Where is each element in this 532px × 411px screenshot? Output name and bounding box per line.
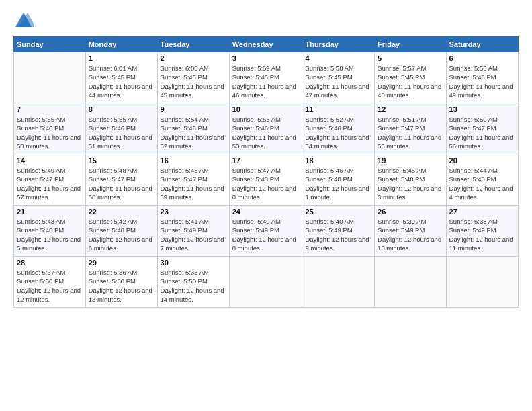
day-info: Sunrise: 5:35 AMSunset: 5:50 PMDaylight:…: [161, 268, 226, 304]
calendar-cell: 29Sunrise: 5:36 AMSunset: 5:50 PMDayligh…: [85, 257, 157, 308]
day-info: Sunrise: 5:58 AMSunset: 5:45 PMDaylight:…: [305, 64, 371, 99]
day-info: Sunrise: 5:40 AMSunset: 5:49 PMDaylight:…: [305, 217, 371, 253]
calendar-cell: 17Sunrise: 5:47 AMSunset: 5:48 PMDayligh…: [229, 154, 302, 205]
day-number: 4: [305, 54, 371, 62]
calendar-week-row: 28Sunrise: 5:37 AMSunset: 5:50 PMDayligh…: [14, 257, 519, 308]
calendar-week-row: 1Sunrise: 6:01 AMSunset: 5:45 PMDaylight…: [14, 52, 519, 103]
calendar-cell: 14Sunrise: 5:49 AMSunset: 5:47 PMDayligh…: [14, 154, 86, 205]
day-info: Sunrise: 5:48 AMSunset: 5:47 PMDaylight:…: [161, 166, 226, 201]
day-info: Sunrise: 5:49 AMSunset: 5:47 PMDaylight:…: [17, 166, 83, 201]
day-info: Sunrise: 5:57 AMSunset: 5:45 PMDaylight:…: [378, 64, 443, 99]
calendar-week-row: 14Sunrise: 5:49 AMSunset: 5:47 PMDayligh…: [14, 154, 519, 205]
day-info: Sunrise: 5:47 AMSunset: 5:48 PMDaylight:…: [232, 166, 300, 201]
calendar-cell: 19Sunrise: 5:45 AMSunset: 5:48 PMDayligh…: [375, 154, 446, 205]
day-info: Sunrise: 5:51 AMSunset: 5:47 PMDaylight:…: [378, 115, 443, 150]
day-info: Sunrise: 5:37 AMSunset: 5:50 PMDaylight:…: [17, 268, 83, 304]
day-number: 25: [305, 208, 371, 216]
calendar-cell: 6Sunrise: 5:56 AMSunset: 5:46 PMDaylight…: [446, 52, 518, 103]
weekday-header-saturday: Saturday: [446, 37, 518, 52]
day-number: 1: [89, 54, 154, 62]
calendar-cell: 8Sunrise: 5:55 AMSunset: 5:46 PMDaylight…: [85, 103, 157, 154]
calendar-cell: 7Sunrise: 5:55 AMSunset: 5:46 PMDaylight…: [14, 103, 86, 154]
page: SundayMondayTuesdayWednesdayThursdayFrid…: [0, 0, 532, 411]
day-number: 22: [89, 208, 154, 216]
day-number: 5: [378, 54, 443, 62]
day-number: 2: [161, 54, 226, 62]
day-info: Sunrise: 5:44 AMSunset: 5:48 PMDaylight:…: [449, 166, 515, 201]
day-number: 27: [449, 208, 515, 216]
day-info: Sunrise: 5:38 AMSunset: 5:49 PMDaylight:…: [449, 217, 515, 253]
day-info: Sunrise: 5:48 AMSunset: 5:47 PMDaylight:…: [89, 166, 154, 201]
calendar-cell: [229, 257, 302, 308]
day-info: Sunrise: 5:36 AMSunset: 5:50 PMDaylight:…: [89, 268, 154, 304]
calendar-cell: 1Sunrise: 6:01 AMSunset: 5:45 PMDaylight…: [85, 52, 157, 103]
calendar-week-row: 7Sunrise: 5:55 AMSunset: 5:46 PMDaylight…: [14, 103, 519, 154]
day-number: 21: [17, 208, 83, 216]
day-number: 7: [17, 105, 83, 113]
calendar-cell: 9Sunrise: 5:54 AMSunset: 5:46 PMDaylight…: [157, 103, 229, 154]
calendar-cell: 24Sunrise: 5:40 AMSunset: 5:49 PMDayligh…: [229, 205, 302, 257]
calendar-table: SundayMondayTuesdayWednesdayThursdayFrid…: [13, 36, 519, 308]
calendar-cell: 16Sunrise: 5:48 AMSunset: 5:47 PMDayligh…: [157, 154, 229, 205]
calendar-cell: 26Sunrise: 5:39 AMSunset: 5:49 PMDayligh…: [375, 205, 446, 257]
day-number: 24: [232, 208, 300, 216]
day-info: Sunrise: 5:43 AMSunset: 5:48 PMDaylight:…: [17, 217, 83, 253]
day-info: Sunrise: 5:59 AMSunset: 5:45 PMDaylight:…: [232, 64, 300, 99]
day-number: 13: [449, 105, 515, 113]
day-number: 18: [305, 156, 371, 165]
day-number: 26: [378, 208, 443, 216]
day-number: 23: [161, 208, 226, 216]
calendar-cell: 12Sunrise: 5:51 AMSunset: 5:47 PMDayligh…: [375, 103, 446, 154]
day-info: Sunrise: 6:00 AMSunset: 5:45 PMDaylight:…: [161, 64, 226, 99]
day-info: Sunrise: 5:55 AMSunset: 5:46 PMDaylight:…: [89, 115, 154, 150]
day-number: 29: [89, 259, 154, 267]
day-info: Sunrise: 5:55 AMSunset: 5:46 PMDaylight:…: [17, 115, 83, 150]
calendar-cell: [302, 257, 375, 308]
calendar-cell: 28Sunrise: 5:37 AMSunset: 5:50 PMDayligh…: [14, 257, 86, 308]
day-number: 16: [161, 156, 226, 165]
calendar-cell: 10Sunrise: 5:53 AMSunset: 5:46 PMDayligh…: [229, 103, 302, 154]
day-info: Sunrise: 5:45 AMSunset: 5:48 PMDaylight:…: [378, 166, 443, 201]
day-number: 30: [161, 259, 226, 267]
calendar-cell: 21Sunrise: 5:43 AMSunset: 5:48 PMDayligh…: [14, 205, 86, 257]
day-number: 15: [89, 156, 154, 165]
day-info: Sunrise: 5:46 AMSunset: 5:48 PMDaylight:…: [305, 166, 371, 201]
day-info: Sunrise: 5:53 AMSunset: 5:46 PMDaylight:…: [232, 115, 300, 150]
day-info: Sunrise: 5:41 AMSunset: 5:49 PMDaylight:…: [161, 217, 226, 253]
weekday-header-tuesday: Tuesday: [157, 37, 229, 52]
day-number: 20: [449, 156, 515, 165]
calendar-cell: 27Sunrise: 5:38 AMSunset: 5:49 PMDayligh…: [446, 205, 518, 257]
logo: [13, 11, 36, 31]
calendar-cell: 30Sunrise: 5:35 AMSunset: 5:50 PMDayligh…: [157, 257, 229, 308]
day-info: Sunrise: 5:52 AMSunset: 5:46 PMDaylight:…: [305, 115, 371, 150]
calendar-cell: 22Sunrise: 5:42 AMSunset: 5:48 PMDayligh…: [85, 205, 157, 257]
weekday-header-monday: Monday: [85, 37, 157, 52]
calendar-cell: 18Sunrise: 5:46 AMSunset: 5:48 PMDayligh…: [302, 154, 375, 205]
day-number: 6: [449, 54, 515, 62]
day-info: Sunrise: 5:50 AMSunset: 5:47 PMDaylight:…: [449, 115, 515, 150]
weekday-header-row: SundayMondayTuesdayWednesdayThursdayFrid…: [14, 37, 519, 52]
day-number: 12: [378, 105, 443, 113]
weekday-header-wednesday: Wednesday: [229, 37, 302, 52]
day-number: 8: [89, 105, 154, 113]
day-number: 17: [232, 156, 300, 165]
day-number: 9: [161, 105, 226, 113]
weekday-header-sunday: Sunday: [14, 37, 86, 52]
calendar-cell: 3Sunrise: 5:59 AMSunset: 5:45 PMDaylight…: [229, 52, 302, 103]
calendar-cell: [446, 257, 518, 308]
calendar-cell: [375, 257, 446, 308]
day-info: Sunrise: 5:40 AMSunset: 5:49 PMDaylight:…: [232, 217, 300, 253]
calendar-cell: 25Sunrise: 5:40 AMSunset: 5:49 PMDayligh…: [302, 205, 375, 257]
calendar-week-row: 21Sunrise: 5:43 AMSunset: 5:48 PMDayligh…: [14, 205, 519, 257]
day-info: Sunrise: 5:56 AMSunset: 5:46 PMDaylight:…: [449, 64, 515, 99]
day-info: Sunrise: 5:39 AMSunset: 5:49 PMDaylight:…: [378, 217, 443, 253]
weekday-header-thursday: Thursday: [302, 37, 375, 52]
day-number: 3: [232, 54, 300, 62]
calendar-cell: [14, 52, 86, 103]
day-number: 14: [17, 156, 83, 165]
day-info: Sunrise: 5:42 AMSunset: 5:48 PMDaylight:…: [89, 217, 154, 253]
header: [13, 11, 519, 31]
day-number: 10: [232, 105, 300, 113]
calendar-cell: 20Sunrise: 5:44 AMSunset: 5:48 PMDayligh…: [446, 154, 518, 205]
calendar-cell: 13Sunrise: 5:50 AMSunset: 5:47 PMDayligh…: [446, 103, 518, 154]
